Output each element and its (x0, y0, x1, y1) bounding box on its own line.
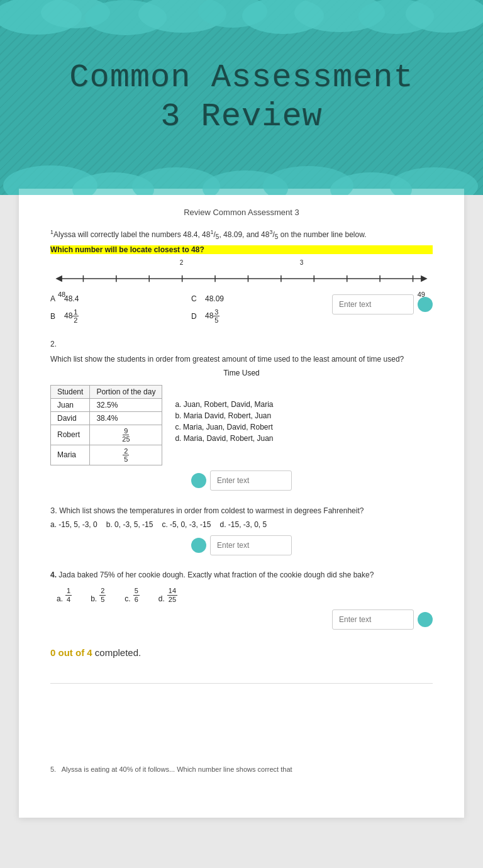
table-row: David 38.4% (51, 411, 162, 425)
q4-text: 4. Jada baked 75% of her cookie dough. E… (50, 569, 433, 581)
q2-choice-c: c. Maria, Juan, David, Robert (175, 423, 273, 431)
q4-d-fraction: 1425 (167, 587, 177, 603)
q1-d-value: 4835 (205, 308, 219, 324)
q2-table-container: Student Portion of the day Juan 32.5% Da… (50, 381, 162, 465)
table-row: Robert 925 (51, 425, 162, 445)
number-line-svg (50, 266, 433, 291)
question-2: 2. Which list show the students in order… (50, 338, 433, 491)
q1-answers-right: C 48.09 D 4835 (191, 294, 326, 324)
nl-bottom-labels: 48 49 (50, 291, 433, 298)
question-1: 1Alyssa will correctly label the numbers… (50, 228, 433, 325)
q2-row1-student: Juan (51, 398, 90, 411)
q3-choice-d: d. -15, -3, 0, 5 (219, 520, 267, 529)
q1-answer-d-row: D 4835 (191, 308, 326, 324)
q3-submit-btn[interactable] (191, 538, 206, 553)
q3-choice-b: b. 0, -3, 5, -15 (106, 520, 153, 529)
q2-choice-b: b. Maria David, Robert, Juan (175, 411, 273, 420)
q4-c-fraction: 56 (133, 587, 140, 603)
q1-answers-left: A 48.4 B 4812 (50, 294, 185, 324)
q2-row3-student: Robert (51, 425, 90, 445)
q1-submit-btn[interactable] (418, 297, 433, 312)
q2-table: Student Portion of the day Juan 32.5% Da… (50, 385, 162, 465)
q4-choice-c: c. 56 (125, 587, 139, 603)
q2-row2-student: David (51, 411, 90, 425)
q4-submit-btn[interactable] (418, 612, 433, 627)
q3-enter-area (50, 535, 433, 555)
score-value: 0 out of 4 (50, 647, 92, 658)
q5-preview: 5. Alyssa is eating at 40% of it follows… (50, 765, 433, 773)
svg-marker-18 (421, 275, 427, 282)
header: Common Assessment 3 Review (0, 0, 483, 195)
table-row: Maria 25 (51, 445, 162, 465)
score-line: 0 out of 4 completed. (50, 647, 433, 658)
q2-choices: a. Juan, Robert, David, Maria b. Maria D… (175, 381, 273, 465)
number-line-container: 23 (50, 259, 433, 291)
q1-answer-b-row: B 4812 (50, 308, 185, 324)
q1-highlight: Which number will be locate closest to 4… (50, 245, 433, 254)
q2-row3-portion: 925 (90, 425, 162, 445)
q2-text: Which list show the students in order fr… (50, 353, 433, 365)
score-text: completed. (92, 647, 142, 658)
q4-choice-a: a. 14 (57, 587, 72, 603)
q4-choice-b: b. 25 (91, 587, 106, 603)
q4-c-label: c. (125, 594, 130, 603)
q4-choice-d: d. 1425 (158, 587, 177, 603)
q2-number: 2. (50, 338, 433, 350)
bottom-spacer (50, 690, 433, 765)
q2-row4-student: Maria (51, 445, 90, 465)
bottom-divider: 5. Alyssa is eating at 40% of it follows… (50, 683, 433, 773)
content-card: Review Common Assessment 3 1Alyssa will … (19, 189, 464, 818)
question-4: 4. Jada baked 75% of her cookie dough. E… (50, 569, 433, 629)
question-3: 3. Which list shows the temperatures in … (50, 504, 433, 556)
q2-row1-portion: 32.5% (90, 398, 162, 411)
q2-row4-portion: 25 (90, 445, 162, 465)
q1-b-label: B (50, 312, 60, 321)
q2-row2-portion: 38.4% (90, 411, 162, 425)
q3-choices: a. -15, 5, -3, 0 b. 0, -3, 5, -15 c. -5,… (50, 520, 433, 529)
review-subtitle: Review Common Assessment 3 (50, 208, 433, 217)
q1-answers: A 48.4 B 4812 C 48.09 D 4835 (50, 294, 433, 324)
q2-table-title: Time Used (50, 369, 433, 377)
q2-col-student: Student (51, 385, 90, 398)
q4-a-label: a. (57, 594, 63, 603)
table-row: Juan 32.5% (51, 398, 162, 411)
nl-above-labels: 23 (50, 259, 433, 266)
q1-d-label: D (191, 312, 201, 321)
q2-submit-btn[interactable] (191, 473, 206, 488)
q3-number: 3. (50, 506, 57, 515)
q4-a-fraction: 14 (65, 587, 72, 603)
q4-number: 4. (50, 570, 57, 579)
q1-text: 1Alyssa will correctly label the numbers… (50, 228, 433, 242)
q2-col-portion: Portion of the day (90, 385, 162, 398)
q3-choice-a: a. -15, 5, -3, 0 (50, 520, 97, 529)
q3-enter-text[interactable] (210, 535, 292, 555)
svg-point-15 (390, 167, 478, 195)
q2-layout: Student Portion of the day Juan 32.5% Da… (50, 381, 433, 465)
q1-b-value: 4812 (64, 308, 79, 324)
q4-enter-text[interactable] (332, 609, 414, 630)
q4-b-fraction: 25 (99, 587, 106, 603)
q2-choice-a: a. Juan, Robert, David, Maria (175, 400, 273, 409)
q4-d-label: d. (158, 594, 165, 603)
q4-b-label: b. (91, 594, 97, 603)
q3-text: 3. Which list shows the temperatures in … (50, 504, 433, 517)
q2-choice-d: d. Maria, David, Robert, Juan (175, 434, 273, 443)
q2-enter-text[interactable] (210, 470, 292, 491)
q4-enter-area (50, 609, 433, 630)
q1-number: 1 (50, 229, 53, 235)
page-title: Common Assessment 3 Review (69, 58, 414, 137)
q3-choice-c: c. -5, 0, -3, -15 (162, 520, 211, 529)
q4-choices: a. 14 b. 25 c. 56 d. 1425 (57, 587, 433, 603)
q2-enter-area (50, 470, 433, 491)
